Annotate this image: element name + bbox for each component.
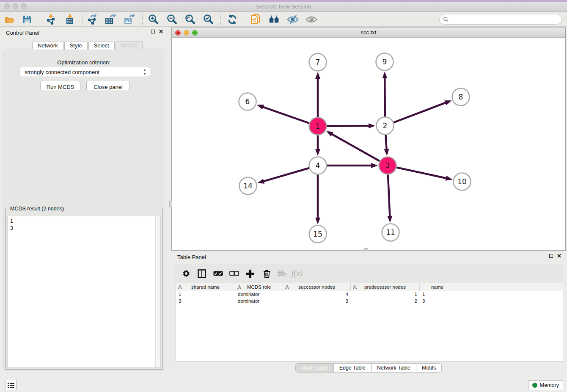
graph-edge-4-14[interactable] [263,168,309,182]
graph-edge-2-3[interactable] [385,135,386,150]
column-header-shared-name[interactable]: shared name [176,283,235,291]
export-table-icon[interactable] [105,14,116,25]
graph-edge-1-6[interactable] [262,107,309,123]
delete-column-icon[interactable] [261,268,272,279]
panel-splitter-handle[interactable] [169,201,172,207]
node-table[interactable]: shared name MCDS role successor nodes pr… [176,283,563,362]
criterion-value: strongly connected component [25,69,99,75]
graph-arrowhead [387,216,392,223]
tab-network[interactable]: Network [32,41,63,50]
import-table-icon[interactable] [64,14,76,25]
table-panel: Table Panel ✕ f(x) shared name MCDS role… [171,252,566,376]
cell-successor-nodes[interactable]: 3 [283,298,351,305]
window-minimize-button[interactable] [13,3,18,9]
cell-successor-nodes[interactable]: 4 [283,291,351,298]
tab-mcds[interactable]: MCDS [116,41,143,50]
graph-arrowhead [446,176,453,181]
graph-edge-1-2[interactable] [327,126,369,126]
criterion-dropdown[interactable]: strongly connected component ▲▼ [19,67,150,77]
tab-edge-table[interactable]: Edge Table [334,363,372,373]
toolbar-separator [220,14,221,25]
column-header-successor-nodes[interactable]: successor nodes [283,283,351,291]
tab-select[interactable]: Select [88,41,115,50]
tab-style[interactable]: Style [64,41,88,50]
network-title: scc.txt [172,28,565,37]
control-panel-header: Control Panel ✕ [0,29,168,37]
graph-edge-3-11[interactable] [388,174,390,217]
export-network-icon[interactable] [86,14,98,25]
close-panel-button[interactable]: Close panel [86,81,130,91]
memory-button[interactable]: Memory [528,380,563,390]
graph-arrowhead [257,105,264,109]
show-graphics-details-icon[interactable] [306,14,317,25]
import-network-icon[interactable] [45,14,57,25]
export-image-icon[interactable] [123,14,135,25]
zoom-out-icon[interactable] [166,14,178,25]
network-close-icon[interactable]: ✕ [175,30,181,36]
zoom-in-icon[interactable] [147,14,159,25]
network-canvas-svg[interactable]: 7968124314101511 [172,38,565,250]
toggle-panel-layout-icon[interactable] [196,268,207,279]
cell-predecessor-nodes[interactable]: 2 [351,298,420,305]
mcds-result-text[interactable]: 1 3 [7,216,161,368]
clone-network-icon[interactable] [250,14,261,25]
table-panel-title: Table Panel [171,254,206,260]
add-column-icon[interactable] [245,268,256,279]
cell-mcds-role[interactable]: dominator [235,298,283,305]
graph-arrowhead [444,100,451,105]
control-panel: Control Panel ✕ Network Style Select MCD… [0,28,168,376]
graph-edge-2-9[interactable] [385,77,385,117]
close-table-panel-icon[interactable]: ✕ [557,254,561,258]
close-panel-icon[interactable]: ✕ [159,29,163,34]
graph-edge-3-1[interactable] [331,134,380,161]
column-settings-icon[interactable] [181,268,192,279]
float-table-panel-icon[interactable] [549,254,553,258]
tab-motifs[interactable]: Motifs [416,363,442,373]
cell-shared-name[interactable]: 1 [176,291,235,298]
window-close-button[interactable] [4,3,10,9]
column-header-predecessor-nodes[interactable]: predecessor nodes [351,283,420,291]
table-header-row: shared name MCDS role successor nodes pr… [176,283,563,291]
window-zoom-button[interactable] [21,3,27,9]
home-icon[interactable] [268,14,280,25]
table-row[interactable]: 3 dominator 3 2 3 [176,298,563,305]
cell-mcds-role[interactable]: dominator [235,291,283,298]
open-session-icon[interactable] [3,14,15,25]
cell-name[interactable]: 1 [420,291,455,298]
network-maximize-icon[interactable]: + [192,30,198,36]
canvas-splitter-handle[interactable] [364,248,368,251]
column-header-mcds-role[interactable]: MCDS role [235,283,283,291]
deselect-all-columns-icon[interactable] [228,268,239,279]
graph-edge-2-8[interactable] [394,102,446,122]
function-builder-icon: f(x) [292,268,303,279]
network-minimize-icon[interactable]: − [184,30,189,36]
network-window: ✕ − + scc.txt 7968124314101511 [171,28,566,251]
table-panel-header: Table Panel ✕ [171,253,566,262]
tab-node-table[interactable]: Node Table [295,363,334,373]
task-history-button[interactable] [5,380,17,390]
graph-node-label: 10 [457,177,467,186]
cell-name[interactable]: 3 [420,298,455,305]
column-header-name[interactable]: name [420,283,455,291]
result-scrollbar[interactable] [155,216,160,367]
search-icon [443,17,449,22]
zoom-fit-icon[interactable] [184,14,196,25]
graph-node-label: 1 [316,122,320,130]
run-mcds-button[interactable]: Run MCDS [40,81,80,91]
refresh-icon[interactable] [226,14,238,25]
save-session-icon[interactable] [21,14,33,25]
table-row[interactable]: 1 dominator 4 1 1 [176,291,563,298]
cell-predecessor-nodes[interactable]: 1 [351,291,420,298]
network-window-titlebar[interactable]: ✕ − + scc.txt [172,28,565,38]
float-panel-icon[interactable] [151,30,155,33]
search-field[interactable] [439,14,562,25]
cell-shared-name[interactable]: 3 [176,298,235,305]
search-input[interactable] [449,17,554,22]
zoom-selected-icon[interactable] [202,14,214,25]
delete-table-icon [277,268,288,279]
tab-network-table[interactable]: Network Table [372,363,416,373]
graph-edge-3-10[interactable] [396,168,447,179]
hide-graphics-details-icon[interactable] [287,14,299,25]
table-tabs: Node Table Edge Table Network Table Moti… [171,363,566,373]
select-all-columns-icon[interactable] [212,268,223,279]
